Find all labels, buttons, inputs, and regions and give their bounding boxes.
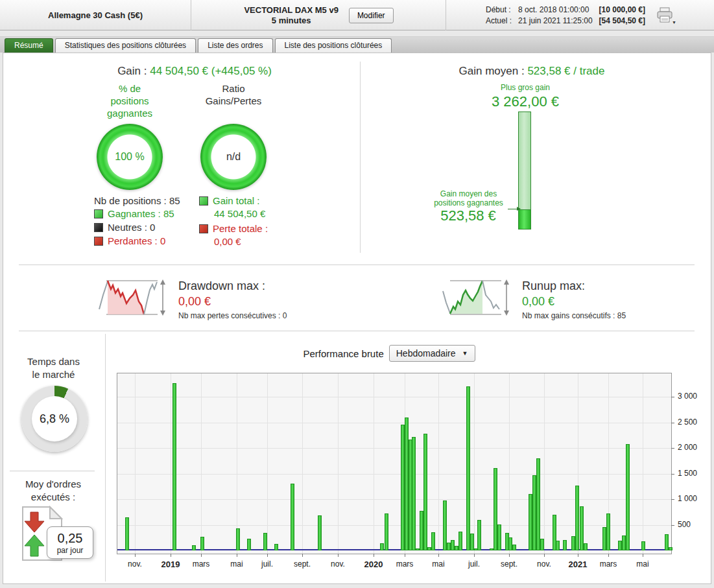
current-amount: [54 504,50 €] [593, 16, 645, 27]
performance-bar [291, 484, 294, 550]
orders-avg-value: 0,25 [58, 531, 83, 546]
drawdown-value: 0,00 € [178, 295, 287, 309]
modify-button[interactable]: Modifier [349, 8, 394, 23]
x-axis-tick [135, 554, 136, 557]
y-axis-label: 2 000 [678, 443, 697, 452]
y-axis-tick [671, 525, 674, 526]
x-axis-tick [338, 554, 339, 557]
legend-losing-label: Perdantes : 0 [108, 235, 165, 246]
x-axis-label: mai [420, 559, 457, 569]
instrument-name: Allemagne 30 Cash (5€) [48, 10, 143, 20]
performance-bar [606, 513, 610, 550]
runup-block: Runup max: 0,00 € Nb max gains consécuti… [522, 279, 626, 320]
x-axis-label: sept. [284, 559, 320, 569]
performance-bar [274, 544, 278, 550]
red-square-icon [199, 224, 208, 233]
performance-bar [173, 383, 176, 550]
top-header: Allemagne 30 Cash (5€) VECTORIAL DAX M5 … [0, 0, 714, 30]
biggest-gain-title: Plus gros gain [477, 83, 574, 92]
performance-bar [669, 547, 672, 550]
x-axis-tick [267, 554, 268, 557]
gridline-vertical [338, 373, 339, 554]
average-gain-headline: Gain moyen : 523,58 € / trade [402, 65, 661, 78]
system-section: VECTORIAL DAX M5 v9 5 minutes Modifier [192, 0, 446, 30]
total-loss-row: Perte totale : [199, 223, 268, 234]
gridline-vertical [171, 373, 171, 554]
drawdown-block: Drawdown max : 0,00 € Nb max pertes cons… [178, 279, 287, 320]
current-datetime: 21 juin 2021 11:25:00 [512, 16, 593, 27]
performance-bar [263, 533, 267, 550]
x-axis-tick [608, 554, 609, 557]
x-axis-tick [201, 554, 202, 557]
red-square-icon [94, 237, 103, 246]
performance-bar [477, 520, 481, 550]
gridline-vertical [201, 373, 202, 554]
positions-total: Nb de positions : 85 [94, 195, 180, 206]
performance-bar [536, 458, 540, 550]
account-current-row: Actuel : 21 juin 2021 11:25:00 [54 504,5… [486, 16, 645, 27]
runup-title: Runup max: [522, 279, 626, 293]
x-axis-label: nov. [526, 559, 562, 569]
period-select-value: Hebdomadaire [396, 348, 456, 359]
x-axis-label: juil. [456, 559, 492, 569]
x-axis-tick [302, 554, 303, 557]
orders-avg-badge: 0,25 par jour [47, 526, 93, 559]
x-axis-label: mars [387, 559, 423, 569]
time-in-market-donut: 6,8 % [21, 386, 88, 452]
total-loss-label: Perte totale : [213, 223, 268, 234]
gain-label: Gain : [117, 65, 147, 77]
tab-statistiques-positions[interactable]: Statistiques des positions clôturées [55, 38, 196, 53]
performance-bar [318, 515, 322, 550]
start-amount: [10 000,00 €] [593, 5, 645, 16]
orders-avg-unit: par jour [57, 546, 84, 555]
printer-dropdown-arrow-icon: ▼ [672, 20, 676, 25]
printer-icon[interactable]: ▼ [656, 6, 675, 25]
gain-value: 44 504,50 € (+445,05 %) [150, 65, 272, 77]
horizontal-divider [10, 471, 95, 471]
tab-liste-positions[interactable]: Liste des positions clôturées [275, 38, 392, 53]
performance-bar [563, 540, 567, 550]
ratio-value: n/d [226, 151, 241, 163]
gridline-vertical [509, 373, 510, 554]
legend-neutral: Neutres : 0 [94, 222, 155, 233]
ratio-title: Ratio Gains/Pertes [193, 82, 274, 107]
performance-bar [423, 434, 427, 550]
x-axis-tick [544, 554, 545, 557]
legend-winning-label: Gagnantes : 85 [108, 208, 174, 219]
x-axis-label: juil. [249, 559, 285, 569]
biggest-gain-value: 3 262,00 € [470, 93, 580, 110]
x-axis-tick [578, 554, 578, 557]
performance-bar [540, 539, 544, 550]
start-label: Début : [486, 5, 512, 16]
y-axis-label: 1 000 [678, 494, 697, 503]
account-section: Début : 8 oct. 2018 01:00:00 [10 000,00 … [447, 0, 714, 30]
performance-bar [556, 541, 560, 550]
system-name-block: VECTORIAL DAX M5 v9 5 minutes [244, 5, 338, 26]
account-start-row: Début : 8 oct. 2018 01:00:00 [10 000,00 … [486, 5, 645, 16]
period-select[interactable]: Hebdomadaire ▼ [389, 345, 475, 362]
horizontal-divider [19, 265, 695, 265]
performance-bar [584, 543, 588, 550]
tab-resume[interactable]: Résumé [5, 38, 53, 53]
horizontal-divider [19, 331, 695, 331]
win-percent-donut: 100 % [97, 124, 163, 190]
total-loss-value: 0,00 € [214, 236, 241, 247]
performance-bar [458, 532, 462, 550]
performance-bar [466, 386, 470, 550]
x-axis-tick [171, 554, 171, 557]
x-axis-label: mai [625, 559, 661, 569]
performance-bar [385, 513, 388, 550]
gridline-vertical [302, 373, 303, 554]
y-axis-tick [671, 423, 674, 423]
avg-winning-gain-note: Gain moyen des positions gagnantes [428, 189, 509, 207]
runup-value: 0,00 € [522, 295, 626, 309]
y-axis-label: 3 000 [678, 392, 697, 401]
performance-header: Performance brute Hebdomadaire ▼ [259, 345, 519, 362]
average-gain-segment [519, 209, 530, 229]
x-axis-label: mars [590, 559, 626, 569]
tab-liste-ordres[interactable]: Liste des ordres [198, 38, 272, 53]
y-axis-label: 500 [678, 520, 691, 529]
win-percent-title: % de positions gagnantes [89, 82, 170, 119]
time-in-market-value: 6,8 % [32, 396, 77, 441]
gridline-vertical [544, 373, 545, 554]
